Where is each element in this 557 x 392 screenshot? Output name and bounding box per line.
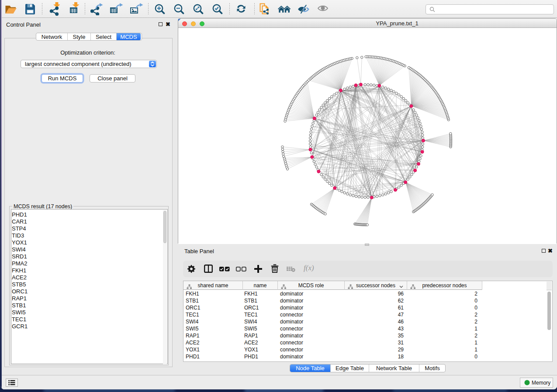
svg-text:f(x): f(x) <box>304 264 314 272</box>
